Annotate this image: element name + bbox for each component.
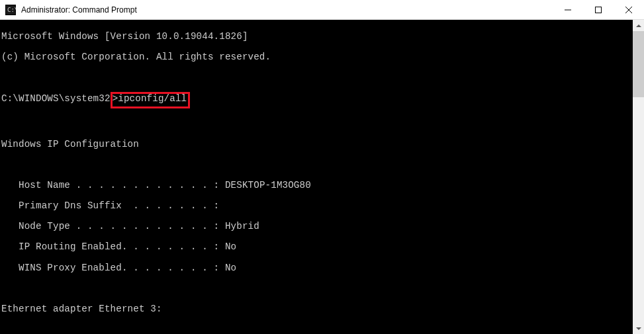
svg-marker-7 [636,24,641,27]
output-line: Primary Dns Suffix . . . . . . . : [0,201,633,212]
scroll-down-arrow[interactable] [633,323,644,334]
output-line: Node Type . . . . . . . . . . . . : Hybr… [0,222,633,232]
output-line [0,73,633,83]
terminal-output[interactable]: Microsoft Windows [Version 10.0.19044.18… [0,20,633,334]
hostname-value: DESKTOP-1M3OG80 [225,180,311,190]
output-line: WINS Proxy Enabled. . . . . . . . : No [0,263,633,274]
section-header: Windows IP Configuration [0,140,633,150]
maximize-button[interactable] [583,0,614,19]
command-highlight: >ipconfig/all [111,92,191,108]
titlebar[interactable]: C:\ Administrator: Command Prompt [0,0,644,20]
output-line: IP Routing Enabled. . . . . . . . : No [0,242,633,253]
terminal-wrap: Microsoft Windows [Version 10.0.19044.18… [0,20,644,334]
svg-marker-8 [636,327,641,330]
output-line [0,160,633,171]
output-line: Microsoft Windows [Version 10.0.19044.18… [0,32,633,42]
output-line [0,325,633,334]
output-line [0,118,633,129]
winsproxy-value: No [225,263,236,273]
prompt-path: C:\WINDOWS\system32 [1,93,111,104]
output-line: (c) Microsoft Corporation. All rights re… [0,52,633,63]
close-button[interactable] [614,0,644,19]
output-line [0,284,633,294]
nodetype-value: Hybrid [225,221,259,231]
scroll-thumb[interactable] [633,31,644,97]
svg-text:C:\: C:\ [7,7,16,13]
window-controls [553,0,644,19]
command-text: >ipconfig/all [113,93,187,104]
section-header: Ethernet adapter Ethernet 3: [0,304,633,315]
window-title: Administrator: Command Prompt [21,5,553,15]
cmd-icon: C:\ [5,5,16,15]
vertical-scrollbar[interactable] [633,20,644,334]
output-line: Host Name . . . . . . . . . . . . : DESK… [0,181,633,191]
iprouting-value: No [225,241,236,252]
scroll-up-arrow[interactable] [633,20,644,31]
minimize-button[interactable] [553,0,583,19]
prompt-line: C:\WINDOWS\system32>ipconfig/all [0,93,633,108]
svg-rect-4 [596,7,602,13]
